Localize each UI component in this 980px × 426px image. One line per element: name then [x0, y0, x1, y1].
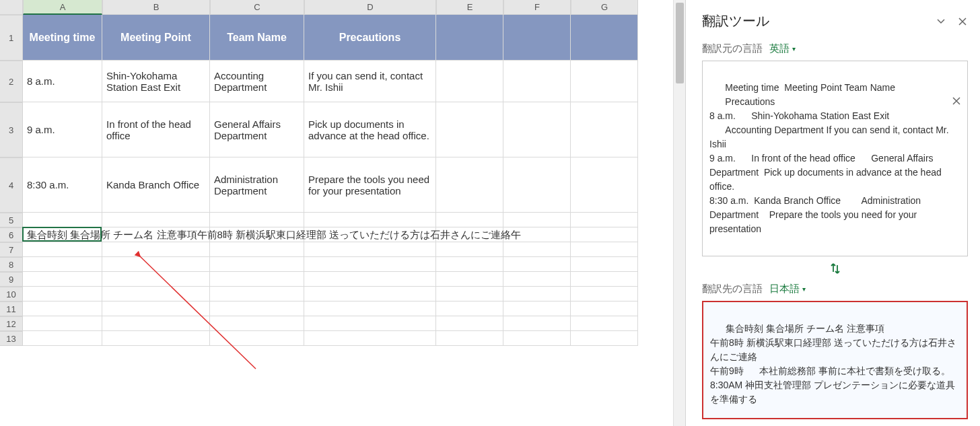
clear-source-icon[interactable]	[952, 67, 962, 76]
cell-A5[interactable]	[23, 213, 102, 227]
cell-C12[interactable]	[210, 316, 304, 331]
cell-B9[interactable]	[102, 272, 210, 287]
cell-E4[interactable]	[436, 157, 503, 213]
cell-F4[interactable]	[503, 157, 571, 213]
cell-E12[interactable]	[436, 316, 503, 331]
cell-E5[interactable]	[436, 213, 503, 227]
cell-B12[interactable]	[102, 316, 210, 331]
cell-A7[interactable]	[23, 242, 102, 257]
close-icon[interactable]	[957, 16, 968, 27]
cell-F3[interactable]	[503, 102, 571, 157]
cell-C3[interactable]: General Affairs Department	[210, 102, 304, 157]
cell-G3[interactable]	[571, 102, 638, 157]
chevron-down-icon[interactable]	[936, 16, 946, 27]
column-header-B[interactable]: B	[102, 0, 210, 15]
cell-A12[interactable]	[23, 316, 102, 331]
cell-F13[interactable]	[503, 331, 571, 346]
cell-C13[interactable]	[210, 331, 304, 346]
cell-B13[interactable]	[102, 331, 210, 346]
cell-D2[interactable]: If you can send it, contact Mr. Ishii	[304, 61, 436, 102]
cell-C10[interactable]	[210, 287, 304, 301]
cell-C2[interactable]: Accounting Department	[210, 61, 304, 102]
cell-C4[interactable]: Administration Department	[210, 157, 304, 213]
row-header-4[interactable]: 4	[0, 157, 23, 213]
cell-E13[interactable]	[436, 331, 503, 346]
cell-D4[interactable]: Prepare the tools you need for your pres…	[304, 157, 436, 213]
cell-F10[interactable]	[503, 287, 571, 301]
cell-G13[interactable]	[571, 331, 638, 346]
cell-E11[interactable]	[436, 301, 503, 316]
spreadsheet-area[interactable]: ABCDEFG1Meeting timeMeeting PointTeam Na…	[0, 0, 685, 426]
column-header-A[interactable]: A	[23, 0, 102, 15]
cell-G4[interactable]	[571, 157, 638, 213]
row-header-3[interactable]: 3	[0, 102, 23, 157]
cell-D11[interactable]	[304, 301, 436, 316]
cell-B10[interactable]	[102, 287, 210, 301]
cell-B11[interactable]	[102, 301, 210, 316]
source-text-box[interactable]: Meeting time Meeting Point Team Name Pre…	[702, 61, 968, 256]
swap-languages-icon[interactable]	[829, 262, 842, 279]
row-header-13[interactable]: 13	[0, 331, 23, 346]
cell-E9[interactable]	[436, 272, 503, 287]
cell-F2[interactable]	[503, 61, 571, 102]
cell-G2[interactable]	[571, 61, 638, 102]
cell-A2[interactable]: 8 a.m.	[23, 61, 102, 102]
cell-E8[interactable]	[436, 257, 503, 272]
cell-A1[interactable]: Meeting time	[23, 15, 102, 61]
row-header-1[interactable]: 1	[0, 15, 23, 61]
cell-C7[interactable]	[210, 242, 304, 257]
cell-A13[interactable]	[23, 331, 102, 346]
column-header-D[interactable]: D	[304, 0, 436, 15]
row-header-5[interactable]: 5	[0, 213, 23, 227]
row-header-9[interactable]: 9	[0, 272, 23, 287]
vertical-scrollbar[interactable]	[673, 0, 685, 426]
source-language-dropdown[interactable]: 英語 ▾	[769, 42, 796, 55]
cell-F12[interactable]	[503, 316, 571, 331]
cell-A4[interactable]: 8:30 a.m.	[23, 157, 102, 213]
select-all-corner[interactable]	[0, 0, 23, 15]
cell-E10[interactable]	[436, 287, 503, 301]
column-header-F[interactable]: F	[503, 0, 571, 15]
row-header-2[interactable]: 2	[0, 61, 23, 102]
target-text-box[interactable]: 集合時刻 集合場所 チーム名 注意事項 午前8時 新横浜駅東口経理部 送っていた…	[702, 301, 968, 419]
cell-G8[interactable]	[571, 257, 638, 272]
cell-F11[interactable]	[503, 301, 571, 316]
cell-D3[interactable]: Pick up documents in advance at the head…	[304, 102, 436, 157]
cell-A11[interactable]	[23, 301, 102, 316]
cell-D1[interactable]: Precautions	[304, 15, 436, 61]
cell-D8[interactable]	[304, 257, 436, 272]
cell-F8[interactable]	[503, 257, 571, 272]
cell-A10[interactable]	[23, 287, 102, 301]
cell-G12[interactable]	[571, 316, 638, 331]
cell-E1[interactable]	[436, 15, 503, 61]
cell-G10[interactable]	[571, 287, 638, 301]
cell-E7[interactable]	[436, 242, 503, 257]
cell-A3[interactable]: 9 a.m.	[23, 102, 102, 157]
cell-D7[interactable]	[304, 242, 436, 257]
column-header-C[interactable]: C	[210, 0, 304, 15]
cell-D12[interactable]	[304, 316, 436, 331]
cell-A9[interactable]	[23, 272, 102, 287]
row-header-12[interactable]: 12	[0, 316, 23, 331]
row-header-8[interactable]: 8	[0, 257, 23, 272]
cell-G1[interactable]	[571, 15, 638, 61]
row-header-10[interactable]: 10	[0, 287, 23, 301]
cell-D13[interactable]	[304, 331, 436, 346]
cell-F1[interactable]	[503, 15, 571, 61]
cell-E2[interactable]	[436, 61, 503, 102]
cell-B3[interactable]: In front of the head office	[102, 102, 210, 157]
cell-B8[interactable]	[102, 257, 210, 272]
cell-G7[interactable]	[571, 242, 638, 257]
cell-C8[interactable]	[210, 257, 304, 272]
cell-B7[interactable]	[102, 242, 210, 257]
cell-G5[interactable]	[571, 213, 638, 227]
cell-D5[interactable]	[304, 213, 436, 227]
cell-F7[interactable]	[503, 242, 571, 257]
row-header-6[interactable]: 6	[0, 227, 23, 242]
cell-F5[interactable]	[503, 213, 571, 227]
cell-G9[interactable]	[571, 272, 638, 287]
cell-G11[interactable]	[571, 301, 638, 316]
column-header-G[interactable]: G	[571, 0, 638, 15]
target-language-dropdown[interactable]: 日本語 ▾	[769, 283, 806, 295]
row-header-11[interactable]: 11	[0, 301, 23, 316]
